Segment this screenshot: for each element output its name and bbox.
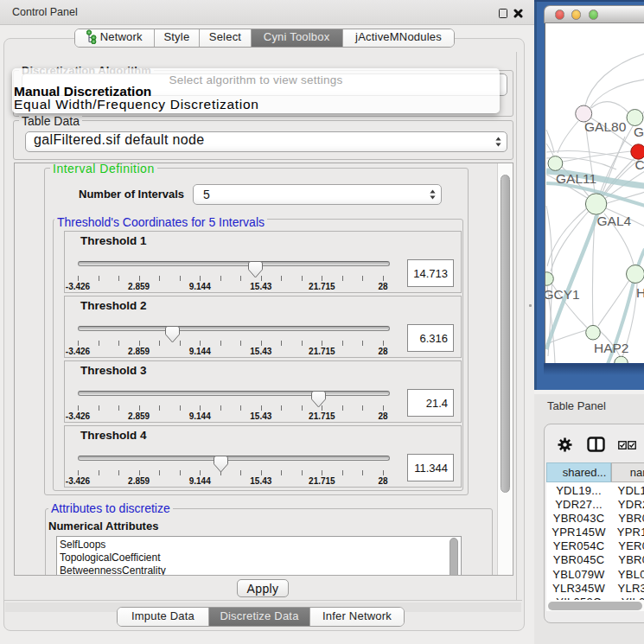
svg-text:GAL11: GAL11 bbox=[556, 171, 596, 186]
svg-text:GAL4: GAL4 bbox=[597, 214, 632, 228]
svg-text:HAP2: HAP2 bbox=[594, 341, 629, 355]
svg-text:GAL80: GAL80 bbox=[584, 119, 627, 134]
svg-text:CY: CY bbox=[635, 157, 644, 172]
svg-text:GCY1: GCY1 bbox=[545, 287, 580, 302]
svg-text:HA: HA bbox=[636, 285, 644, 300]
svg-text:GAL2: GAL2 bbox=[634, 124, 644, 139]
